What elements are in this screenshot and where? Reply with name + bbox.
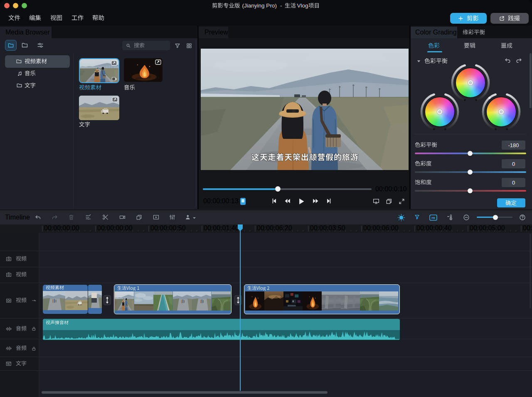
- svg-text:FR: FR: [431, 217, 435, 219]
